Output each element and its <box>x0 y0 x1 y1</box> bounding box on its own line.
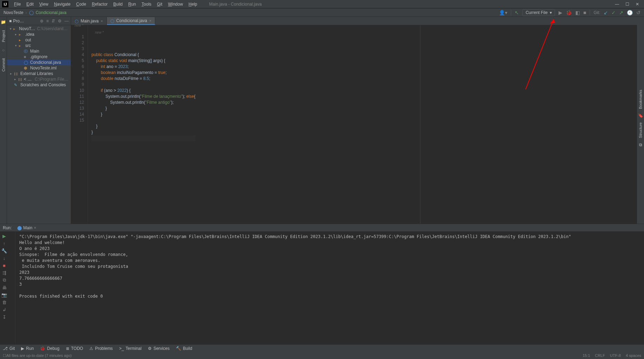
debug-icon[interactable]: 🐞 <box>566 10 572 15</box>
menu-tools[interactable]: Tools <box>139 1 154 7</box>
up-icon[interactable]: ↑ <box>1 240 7 246</box>
editor-tabs: ◯Main.java×◯Condicional.java× <box>71 17 637 25</box>
menu-build[interactable]: Build <box>110 1 125 7</box>
menu-navigate[interactable]: Navigate <box>51 1 73 7</box>
minimize-icon[interactable]: — <box>615 2 619 7</box>
bottom-tab-services[interactable]: ⚙Services <box>148 346 170 351</box>
menu-edit[interactable]: Edit <box>23 1 36 7</box>
bottom-tab-git[interactable]: ⎇Git <box>3 346 15 351</box>
hammer-icon[interactable]: ↖ <box>515 10 519 15</box>
project-tab[interactable]: Project <box>1 27 6 45</box>
bottom-tab-debug[interactable]: 🐞Debug <box>40 346 59 351</box>
close-icon[interactable]: × <box>149 19 151 23</box>
menu-git[interactable]: Git <box>154 1 165 7</box>
soft-wrap-icon[interactable]: ↲ <box>1 306 7 313</box>
status-cell[interactable]: 15:1 <box>583 353 590 358</box>
code-editor[interactable]: new * 123456789101112131415 new * public… <box>71 25 637 224</box>
bottom-tab-run[interactable]: ▶Run <box>21 346 34 351</box>
print-icon[interactable]: 🖶 <box>1 284 7 291</box>
delete-icon[interactable]: 🗑 <box>1 299 7 305</box>
bookmarks-tab[interactable]: Bookmarks <box>638 87 643 112</box>
tree-node[interactable]: ✎Scratches and Consoles <box>7 82 71 88</box>
run-config-label: Current File <box>526 10 548 15</box>
project-tree[interactable]: ▾▸NovoTeste C:\Users\danilo.ca…▸▸.idea▸o… <box>7 25 71 88</box>
project-tool-icon[interactable]: 📁 <box>1 20 6 25</box>
menu-code[interactable]: Code <box>73 1 89 7</box>
commit-tab[interactable]: Commit <box>1 55 6 74</box>
status-cell[interactable]: CRLF <box>595 353 605 358</box>
run-label: Run: <box>3 225 12 230</box>
structure-tab[interactable]: Structure <box>638 120 643 141</box>
expand-all-icon[interactable]: ≡ <box>46 19 49 23</box>
bottom-toolbar: ⎇Git▶Run🐞Debug≣TODO⚠Problems>_Terminal⚙S… <box>0 344 644 352</box>
run-panel-header: Run: ⬤ Main × <box>0 224 644 232</box>
status-cell[interactable]: 4 spaces <box>626 353 641 358</box>
rerun-icon[interactable]: ▶ <box>1 233 7 239</box>
tree-node[interactable]: ▾▸NovoTeste C:\Users\danilo.ca… <box>7 26 71 32</box>
hide-icon[interactable]: — <box>64 19 69 23</box>
run-tools: ▶ ↑ 🔧 ↓ ■ ⇶ ⧉ 🖶 📷 🗑 ↲ ↧ <box>0 232 16 344</box>
tree-node[interactable]: ⬢NovoTeste.iml <box>7 65 71 71</box>
git-update-icon[interactable]: ↙ <box>604 10 608 15</box>
filter-icon[interactable]: ⇶ <box>1 270 7 276</box>
close-icon[interactable]: ✕ <box>636 2 639 7</box>
bottom-tab-build[interactable]: 🔨Build <box>176 346 192 351</box>
git-push-icon[interactable]: ↗ <box>619 10 623 15</box>
wrench-icon[interactable]: 🔧 <box>1 248 7 254</box>
commit-tool-icon[interactable]: ○ <box>2 48 5 53</box>
inlay-hint: new * <box>75 22 83 28</box>
close-icon[interactable]: × <box>101 19 103 23</box>
structure-icon[interactable]: ⧉ <box>639 142 642 147</box>
menu-window[interactable]: Window <box>165 1 186 7</box>
git-history-icon[interactable]: 🕘 <box>627 10 633 15</box>
inlay-hint: new * <box>95 29 104 35</box>
run-icon[interactable]: ▶ <box>559 10 562 15</box>
select-open-icon[interactable]: ⊕ <box>40 19 43 23</box>
stop-icon[interactable]: ■ <box>1 262 7 269</box>
down-icon[interactable]: ↓ <box>1 255 7 261</box>
tree-node[interactable]: ▸out <box>7 37 71 43</box>
add-user-icon[interactable]: 👤▾ <box>499 10 507 15</box>
bookmarks-icon[interactable]: 🔖 <box>638 113 643 118</box>
editor-tab[interactable]: ◯Condicional.java× <box>107 17 156 25</box>
bottom-tab-terminal[interactable]: >_Terminal <box>119 346 142 351</box>
tree-node[interactable]: ▸⫿⫿< 17 > C:\Program Files\Jav… <box>7 76 71 82</box>
close-icon[interactable]: × <box>34 225 36 230</box>
status-cell[interactable]: UTF-8 <box>610 353 621 358</box>
tree-node[interactable]: ⓒMain <box>7 48 71 54</box>
tree-node[interactable]: ▸▸.idea <box>7 32 71 37</box>
run-config-tab[interactable]: ⬤ Main × <box>14 225 39 231</box>
menubar: IJ FileEditViewNavigateCodeRefactorBuild… <box>0 0 644 8</box>
bottom-tab-problems[interactable]: ⚠Problems <box>89 346 113 351</box>
breadcrumb-file[interactable]: Condicional.java <box>36 10 67 15</box>
menu-run[interactable]: Run <box>125 1 139 7</box>
collapse-icon[interactable]: ⇵ <box>52 19 55 23</box>
coverage-icon[interactable]: ◧ <box>575 10 580 15</box>
menu-refactor[interactable]: Refactor <box>89 1 110 7</box>
menu-view[interactable]: View <box>36 1 51 7</box>
git-rollback-icon[interactable]: ↺ <box>636 10 640 15</box>
scroll-end-icon[interactable]: ↧ <box>1 314 7 320</box>
tree-node[interactable]: ▾▸src <box>7 43 71 48</box>
menu-help[interactable]: Help <box>186 1 200 7</box>
tree-node[interactable]: ≡.gitignore <box>7 54 71 60</box>
layout-icon[interactable]: ⧉ <box>1 277 7 283</box>
breadcrumb-project[interactable]: NovoTeste <box>4 10 23 15</box>
status-message: All files are up-to-date (7 minutes ago) <box>6 353 71 358</box>
window-title: Main.java - Condicional.java <box>209 2 262 7</box>
breadcrumb[interactable]: NovoTeste › ◯ Condicional.java <box>4 10 67 15</box>
bottom-tab-todo[interactable]: ≣TODO <box>66 346 83 351</box>
tree-node[interactable]: ▸⫿⫿External Libraries <box>7 71 71 76</box>
ide-logo-icon: IJ <box>2 1 8 7</box>
editor-gutter[interactable]: 123456789101112131415 <box>71 25 88 224</box>
maximize-icon[interactable]: ☐ <box>625 2 629 7</box>
stop-icon[interactable]: ■ <box>583 10 586 15</box>
git-commit-icon[interactable]: ✓ <box>611 10 616 15</box>
menu-file[interactable]: File <box>11 1 23 7</box>
run-tab-label: Main <box>23 225 32 230</box>
tree-node[interactable]: ◯Condicional.java <box>7 60 71 65</box>
run-config-select[interactable]: Current File ▾ <box>522 9 555 16</box>
camera-icon[interactable]: 📷 <box>1 292 7 298</box>
gear-icon[interactable]: ⚙ <box>58 19 62 23</box>
run-output[interactable]: "C:\Program Files\Java\jdk-17\bin\java.e… <box>16 232 644 344</box>
